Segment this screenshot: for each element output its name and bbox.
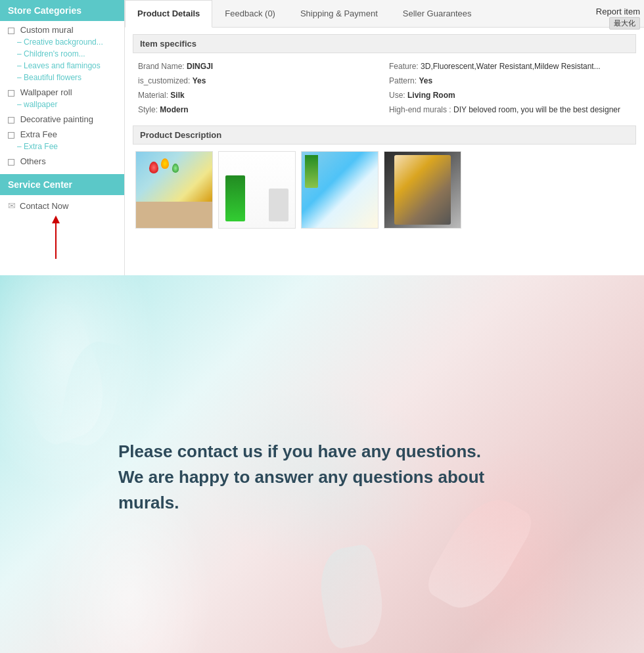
category-checkbox-icon-5 [8,159,14,166]
contact-now-label: Contact Now [20,201,68,211]
style-value: Modern [160,105,188,114]
maximize-button[interactable]: 最大化 [609,17,640,30]
feature-value: 3D,Fluorescent,Water Resistant,Mildew Re… [421,62,601,71]
tab-shipping[interactable]: Shipping & Payment [288,0,390,27]
product-image-1[interactable] [135,151,213,229]
palm-deco [305,155,318,188]
spec-row-brand: Brand Name: DINGJI Feature: 3D,Fluoresce… [134,60,635,73]
style-label: Style: [138,105,158,114]
category-checkbox-icon-2 [8,90,14,97]
pattern-label: Pattern: [389,76,417,85]
sidebar-sub-extra-fee[interactable]: – Extra Fee [0,141,124,152]
spec-row-customized: is_customized: Yes Pattern: Yes [134,74,635,87]
main-content: Product Details Feedback (0) Shipping & … [125,0,644,275]
service-center-header: Service Center [0,174,124,195]
spec-row-material: Material: Silk Use: Living Room [134,89,635,102]
store-categories-header: Store Categories [0,0,124,21]
sidebar-item-extra-fee[interactable]: Extra Fee [0,125,124,141]
item-specifics-header: Item specifics [133,34,636,53]
feature-label: Feature: [389,62,419,71]
bottom-text-line1: Please contact us if you have any questi… [118,439,526,464]
customized-label: is_customized: [138,76,190,85]
content-area: Item specifics Brand Name: DINGJI Featur… [125,28,644,235]
pattern-value: Yes [419,76,432,85]
sidebar-item-others[interactable]: Others [0,152,124,168]
floor-1 [136,202,212,228]
sidebar: Store Categories Custom mural – Creative… [0,0,125,275]
brand-value: DINGJI [187,62,213,71]
material-value: Silk [170,91,184,100]
sidebar-item-custom-mural[interactable]: Custom mural [0,21,124,36]
customized-value: Yes [193,76,206,85]
category-checkbox-icon-3 [8,117,14,124]
balloon-3 [172,164,179,173]
sidebar-sub-beautiful[interactable]: – Beautiful flowers [0,72,124,83]
sidebar-item-wallpaper-roll[interactable]: Wallpaper roll [0,83,124,99]
use-label: Use: [389,91,405,100]
report-item-link[interactable]: Report item [592,5,644,18]
tab-bar: Product Details Feedback (0) Shipping & … [125,0,644,28]
category-checkbox-icon-4 [8,132,14,139]
portrait-deco [394,155,451,225]
brand-label: Brand Name: [138,62,185,71]
product-images-row [133,151,636,229]
envelope-icon: ✉ [8,200,16,211]
balloon-1 [149,162,158,173]
sidebar-sub-childrens[interactable]: – Children's room... [0,48,124,60]
category-label-2: Wallpaper roll [20,87,72,97]
material-label: Material: [138,91,168,100]
sidebar-item-decorative[interactable]: Decorative painting [0,110,124,125]
sidebar-sub-creative[interactable]: – Creative background... [0,36,124,48]
category-label: Custom mural [20,25,74,35]
spec-row-style: Style: Modern High-end murals : DIY belo… [134,103,635,116]
murals-value: DIY beloved room, you will be the best d… [453,105,620,114]
product-description-header: Product Description [133,125,636,145]
product-image-4[interactable] [384,151,461,229]
murals-label: High-end murals : [389,105,451,114]
sidebar-sub-leaves[interactable]: – Leaves and flamingos [0,60,124,72]
item-specifics-table: Brand Name: DINGJI Feature: 3D,Fluoresce… [133,58,636,118]
tab-product-details[interactable]: Product Details [125,0,212,28]
bottom-text-line2: We are happy to answer any questions abo… [118,464,526,516]
tab-feedback[interactable]: Feedback (0) [212,0,288,27]
bottom-text-block: Please contact us if you have any questi… [92,413,552,542]
category-label-3: Decorative painting [20,114,93,124]
bottom-section: Please contact us if you have any questi… [0,275,644,653]
sidebar-sub-wallpaper[interactable]: – wallpaper [0,99,124,110]
tab-seller-guarantees[interactable]: Seller Guarantees [390,0,484,27]
use-value: Living Room [407,91,455,100]
item-deco [269,189,288,221]
product-image-3[interactable] [301,151,379,229]
balloon-2 [161,158,169,169]
category-label-5: Others [20,156,46,166]
category-checkbox-icon [8,28,14,34]
category-label-4: Extra Fee [20,129,57,139]
product-image-2[interactable] [218,151,296,229]
plant-deco [225,175,245,221]
